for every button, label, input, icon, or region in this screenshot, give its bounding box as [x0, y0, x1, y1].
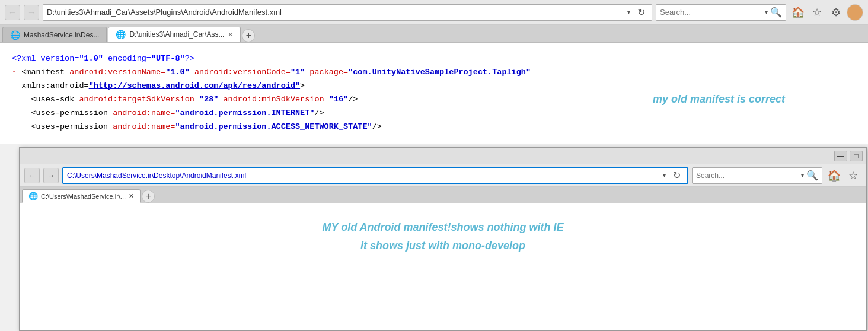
- outer-address-dropdown-icon[interactable]: ▾: [627, 9, 630, 15]
- xml-attr-package: package=: [305, 68, 348, 77]
- inner-search-dropdown-icon[interactable]: ▾: [801, 172, 804, 179]
- outer-tab-1-label: D:\unities3\Ahmadi_Car\Ass...: [129, 30, 224, 39]
- xml-xmlns-val: "http://schemas.android.com/apk/res/andr…: [89, 81, 300, 90]
- inner-refresh-button[interactable]: ↻: [669, 168, 684, 183]
- outer-back-button[interactable]: ←: [5, 5, 20, 20]
- xml-val-versioncode: "1": [291, 68, 305, 77]
- inner-maximize-button[interactable]: □: [850, 151, 863, 161]
- inner-tab-0-icon: 🌐: [28, 192, 38, 200]
- xml-attr-perm-network: android:name=: [113, 122, 175, 131]
- inner-minimize-button[interactable]: —: [834, 151, 847, 161]
- outer-avatar[interactable]: [847, 4, 863, 21]
- xml-line-1: <?xml version="1.0" encoding="UTF-8"?>: [12, 52, 856, 66]
- inner-title-bar: — □: [20, 148, 866, 164]
- inner-toolbar-icons: 🏠 ☆: [826, 167, 861, 184]
- xml-uses-sdk: <uses-sdk: [12, 95, 79, 104]
- xml-attr-perm-internet: android:name=: [113, 109, 175, 117]
- outer-nav-bar: ← → ▾ ↻ ▾ 🔍 🏠 ☆ ⚙: [0, 0, 868, 25]
- outer-favorites-icon[interactable]: ☆: [809, 4, 825, 21]
- xml-xmlns-prefix: xmlns:android=: [12, 81, 89, 90]
- outer-settings-icon[interactable]: ⚙: [828, 4, 844, 21]
- xml-perm-network-end: />: [372, 122, 382, 131]
- outer-search-bar-container: ▾ 🔍: [656, 4, 786, 21]
- inner-browser: — □ ← → ▾ ↻ ▾ 🔍 🏠 ☆ 🌐 C:\Users\MashadSer…: [19, 147, 867, 331]
- xml-attr-target: android:targetSdkVersion=: [79, 95, 199, 104]
- inner-forward-button[interactable]: →: [43, 168, 59, 183]
- outer-tabs: 🌐 MashadService.ir\Des... 🌐 D:\unities3\…: [0, 25, 868, 43]
- outer-tab-1[interactable]: 🌐 D:\unities3\Ahmadi_Car\Ass... ✕: [108, 27, 241, 42]
- inner-search-input[interactable]: [696, 171, 799, 180]
- outer-xml-content: <?xml version="1.0" encoding="UTF-8"?> -…: [0, 43, 868, 144]
- outer-address-input[interactable]: [47, 8, 624, 17]
- outer-tab-0-icon: 🌐: [10, 30, 20, 40]
- outer-search-icon[interactable]: 🔍: [770, 7, 782, 18]
- xml-line-5: <uses-permission android:name="android.p…: [12, 107, 856, 120]
- xml-line-6: <uses-permission android:name="android.p…: [12, 120, 856, 134]
- xml-uses-perm-network: <uses-permission: [12, 122, 113, 131]
- inner-tab-0[interactable]: 🌐 C:\Users\MashadService.ir\... ✕: [22, 189, 141, 203]
- inner-comment-2: it shows just with mono-develop: [31, 240, 854, 252]
- xml-uses-perm-internet: <uses-permission: [12, 109, 113, 117]
- xml-line-2: - <manifest android:versionName="1.0" an…: [12, 66, 856, 79]
- inner-nav-bar: ← → ▾ ↻ ▾ 🔍 🏠 ☆: [20, 164, 866, 187]
- xml-val-versionname: "1.0": [165, 68, 190, 77]
- inner-favorites-icon[interactable]: ☆: [845, 167, 861, 184]
- outer-search-dropdown-icon[interactable]: ▾: [765, 9, 768, 15]
- inner-tabs: 🌐 C:\Users\MashadService.ir\... ✕ +: [20, 187, 866, 203]
- inner-search-icon[interactable]: 🔍: [806, 170, 818, 181]
- xml-manifest-tag: <manifest: [21, 68, 69, 77]
- inner-back-button[interactable]: ←: [24, 168, 40, 183]
- outer-refresh-button[interactable]: ↻: [634, 5, 648, 20]
- inner-address-bar-container: ▾ ↻: [62, 167, 688, 184]
- outer-toolbar-icons: 🏠 ☆ ⚙: [790, 4, 863, 21]
- outer-new-tab-button[interactable]: +: [242, 29, 255, 42]
- outer-tab-1-icon: 🌐: [116, 30, 126, 39]
- inner-new-tab-button[interactable]: +: [142, 190, 155, 203]
- xml-val-perm-internet: "android.permission.INTERNET": [175, 109, 314, 117]
- outer-forward-button[interactable]: →: [24, 5, 39, 20]
- outer-search-input[interactable]: [660, 8, 762, 17]
- outer-home-icon[interactable]: 🏠: [790, 4, 806, 21]
- inner-home-icon[interactable]: 🏠: [826, 167, 843, 184]
- inner-tab-0-close[interactable]: ✕: [129, 192, 134, 200]
- xml-attr-min: android:minSdkVersion=: [218, 95, 328, 104]
- inner-comment-1: MY old Android manifest!shows nothing wi…: [31, 221, 854, 234]
- xml-val-package: "com.UnityNativeSampleProject.Tapligh": [348, 68, 531, 77]
- inner-xml-content: MY old Android manifest!shows nothing wi…: [20, 203, 866, 275]
- xml-val-target: "28": [199, 95, 218, 104]
- inner-address-dropdown-icon[interactable]: ▾: [663, 172, 666, 179]
- inner-tab-0-label: C:\Users\MashadService.ir\...: [41, 193, 126, 200]
- outer-address-bar-container: ▾ ↻: [43, 4, 652, 21]
- xml-val-perm-network: "android.permission.ACCESS_NETWORK_STATE…: [175, 122, 372, 131]
- xml-val-min: "16": [329, 95, 348, 104]
- xml-perm-internet-end: />: [314, 109, 324, 117]
- outer-tab-0[interactable]: 🌐 MashadService.ir\Des...: [2, 27, 107, 42]
- xml-attr-versioncode: android:versionCode=: [190, 68, 291, 77]
- xml-sdk-end: />: [348, 95, 358, 104]
- xml-attr-versionname: android:versionName=: [69, 68, 165, 77]
- outer-tab-0-label: MashadService.ir\Des...: [24, 31, 99, 39]
- inner-address-input[interactable]: [67, 171, 659, 180]
- xml-declaration: <?xml version="1.0" encoding="UTF-8"?>: [12, 54, 194, 63]
- inner-search-bar-container: ▾ 🔍: [692, 167, 822, 184]
- outer-comment-text: my old manifest is correct: [653, 90, 785, 109]
- outer-tab-1-close[interactable]: ✕: [228, 31, 233, 39]
- xml-xmlns-end: >: [300, 81, 305, 90]
- xml-minus-sign: -: [12, 68, 17, 77]
